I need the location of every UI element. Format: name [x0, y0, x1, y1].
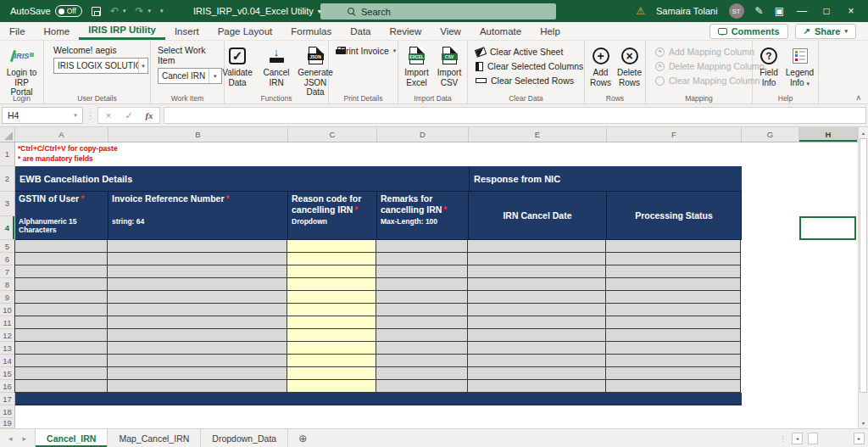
field-info-button[interactable]: ? Field Info [755, 43, 782, 89]
save-icon[interactable] [92, 7, 101, 16]
row-header-8[interactable]: 8 [0, 278, 15, 291]
cell-A13[interactable] [14, 342, 108, 355]
ribbon-display-options-icon[interactable]: ▣ [775, 6, 784, 16]
cell-E6[interactable] [468, 253, 606, 265]
cell-F14[interactable] [606, 355, 741, 367]
row-header-7[interactable]: 7 [0, 265, 15, 278]
legend-info-button[interactable]: Legend Info ▾ [784, 43, 815, 89]
cell-D7[interactable] [376, 265, 468, 278]
row-header-1[interactable]: 1 [0, 142, 15, 166]
hscroll-right-icon[interactable]: ▸ [854, 433, 865, 444]
cell-C9[interactable] [287, 291, 376, 304]
clear-selected-rows-button[interactable]: Clear Selected Rows [476, 74, 574, 87]
cell-C6[interactable] [287, 253, 376, 265]
cell-E12[interactable] [468, 329, 606, 342]
cell-C16[interactable] [287, 380, 376, 393]
cell-B14[interactable] [108, 355, 287, 367]
search-input[interactable]: Search [320, 3, 556, 20]
cell-A16[interactable] [14, 380, 108, 393]
cell-A9[interactable] [14, 291, 108, 304]
cancel-irn-button[interactable]: ↓ Cancel IRN [258, 43, 295, 89]
cell-C11[interactable] [287, 316, 376, 329]
scroll-up-icon[interactable]: ▴ [859, 127, 868, 138]
cell-F13[interactable] [606, 342, 741, 355]
row-header-17[interactable]: 17 [0, 393, 15, 405]
cell-D8[interactable] [376, 278, 468, 291]
autosave-toggle[interactable]: AutoSave Off [10, 5, 82, 17]
cell-C14[interactable] [287, 355, 376, 367]
restore-button[interactable]: □ [820, 5, 833, 17]
cell-F10[interactable] [606, 304, 741, 316]
cell-F5[interactable] [606, 240, 741, 253]
undo-chevron-icon[interactable]: ▾ [123, 8, 126, 14]
column-header-g[interactable]: G [742, 127, 799, 142]
section-response-nic[interactable]: Response from NIC [469, 166, 742, 192]
vertical-scrollbar[interactable]: ▴ ▾ [858, 127, 868, 428]
print-invoice-button[interactable]: Print Invoice ▾ [331, 43, 395, 59]
column-header-c[interactable]: C [288, 127, 377, 142]
column-header-b[interactable]: B [108, 127, 288, 142]
collapse-ribbon-icon[interactable]: ∧ [855, 93, 861, 102]
select-all-corner[interactable] [0, 127, 15, 142]
cell-D15[interactable] [376, 367, 468, 380]
tab-view[interactable]: View [431, 22, 470, 40]
cell-D11[interactable] [376, 316, 468, 329]
column-header-a[interactable]: A [15, 127, 108, 142]
tab-page-layout[interactable]: Page Layout [209, 22, 282, 40]
cell-C12[interactable] [287, 329, 376, 342]
cell-B15[interactable] [108, 367, 287, 380]
cell-B13[interactable] [108, 342, 287, 355]
avatar[interactable]: ST [729, 3, 744, 19]
cell-F9[interactable] [606, 291, 741, 304]
row-header-10[interactable]: 10 [0, 304, 15, 316]
cell-F16[interactable] [606, 380, 741, 393]
login-irp-portal-button[interactable]: IRIS Login to IRP Portal [3, 43, 41, 99]
section-ewb-cancellation[interactable]: EWB Cancellation Details [15, 166, 469, 192]
cell-B9[interactable] [108, 291, 287, 304]
cell-E13[interactable] [468, 342, 606, 355]
clear-active-sheet-button[interactable]: Clear Active Sheet [476, 45, 563, 59]
row-header-15[interactable]: 15 [0, 367, 15, 380]
editing-mode-icon[interactable]: ✎ [755, 6, 764, 16]
user-name[interactable]: Samaira Tolani [656, 6, 718, 16]
header-invoice-ref[interactable]: Invoice Reference Number* [108, 192, 288, 216]
cell-D14[interactable] [376, 355, 468, 367]
row-header-9[interactable]: 9 [0, 291, 15, 304]
cell-E9[interactable] [468, 291, 606, 304]
cell-F11[interactable] [606, 316, 741, 329]
redo-chevron-icon[interactable]: ▾ [148, 8, 152, 14]
undo-icon[interactable]: ↶ [110, 6, 119, 16]
warning-icon[interactable]: ⚠ [636, 5, 645, 17]
cell-D6[interactable] [376, 253, 468, 265]
row-header-11[interactable]: 11 [0, 316, 15, 329]
row-header-5[interactable]: 5 [0, 240, 15, 253]
row-header-18[interactable]: 18 [0, 405, 15, 418]
formula-cancel-icon[interactable]: × [98, 110, 119, 120]
sheet-tab-cancel-irn[interactable]: Cancel_IRN [35, 429, 108, 447]
row-header-2[interactable]: 2 [0, 166, 15, 192]
column-header-f[interactable]: F [607, 127, 742, 142]
tab-formulas[interactable]: Formulas [281, 22, 341, 40]
cell-E15[interactable] [468, 367, 606, 380]
name-box[interactable]: H4 ▾ [2, 107, 83, 124]
cell-E14[interactable] [468, 355, 606, 367]
cell-D13[interactable] [376, 342, 468, 355]
cell-D12[interactable] [376, 329, 468, 342]
work-item-dropdown[interactable]: Cancel IRN ▾ [158, 68, 222, 84]
cell-B10[interactable] [108, 304, 287, 316]
column-header-d[interactable]: D [377, 127, 469, 142]
formula-enter-icon[interactable]: ✓ [119, 110, 139, 121]
cell-A5[interactable] [14, 240, 108, 253]
cell-D5[interactable] [376, 240, 468, 253]
selected-cell-h4[interactable] [799, 216, 856, 240]
validate-data-button[interactable]: ✓ Validate Data [219, 43, 256, 89]
cell-B7[interactable] [108, 265, 287, 278]
cell-A6[interactable] [14, 253, 108, 265]
sheet-tab-dropdown-data[interactable]: Dropdown_Data [201, 429, 288, 447]
clear-selected-columns-button[interactable]: Clear Selected Columns [476, 59, 583, 73]
cell-D16[interactable] [376, 380, 468, 393]
import-excel-button[interactable]: EXCEL Import Excel [401, 43, 432, 89]
spec-invoice-ref[interactable]: string: 64 [108, 216, 288, 240]
add-sheet-icon[interactable]: ⊕ [288, 429, 317, 447]
name-box-chevron-icon[interactable]: ▾ [69, 112, 82, 119]
